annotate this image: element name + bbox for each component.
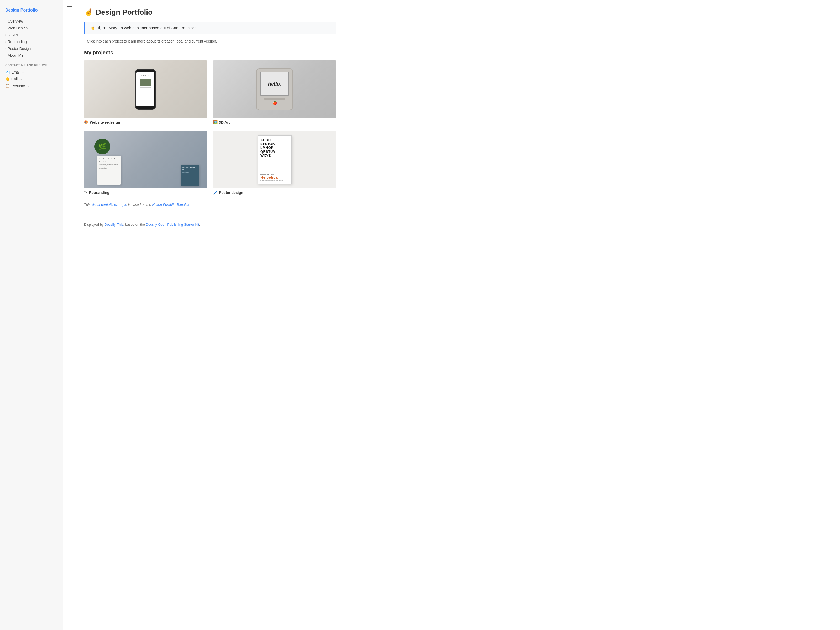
project-emoji-poster: 🖊️ (213, 191, 218, 195)
project-emoji-website: 🎨 (84, 120, 88, 125)
projects-heading: My projects (84, 50, 336, 56)
project-label-website-redesign: 🎨 Website redesign (84, 120, 207, 125)
sub-text: ↓ Click into each project to learn more … (84, 39, 336, 43)
hamburger-button[interactable] (65, 3, 74, 11)
project-emoji-3d: 🖼️ (213, 120, 218, 125)
page-title: ☝️ Design Portfolio (84, 8, 336, 17)
footer-text: Displayed by Docsify-This, based on the … (84, 223, 336, 227)
project-label-poster-design: 🖊️ Poster design (213, 191, 336, 195)
project-image-website-redesign: EVARO (84, 60, 207, 118)
sidebar-item-web-design[interactable]: › Web Design (0, 25, 63, 32)
sidebar-item-overview[interactable]: › Overview (0, 18, 63, 25)
title-emoji: ☝️ (84, 8, 93, 17)
chevron-icon: › (5, 20, 6, 23)
sidebar-item-poster-design[interactable]: › Poster Design (0, 45, 63, 52)
notion-template-link[interactable]: Notion Portfolio Template (152, 203, 190, 207)
projects-grid: EVARO 🎨 Website redesign (84, 60, 336, 195)
project-card-poster-design[interactable]: ABCDEFGHJKLMNOPQRSTUVWXYZ Now see the mo… (213, 131, 336, 195)
chevron-icon: › (5, 33, 6, 36)
resume-icon: 📋 (5, 84, 10, 88)
sidebar-title[interactable]: Design Portfolio (0, 5, 63, 18)
chevron-icon: › (5, 47, 6, 50)
sidebar-item-about-me[interactable]: › About Me (0, 52, 63, 59)
visual-portfolio-link[interactable]: visual portfolio example (92, 203, 127, 207)
project-card-rebranding[interactable]: 🌿 Very Good Creative Co. A creative team… (84, 131, 207, 195)
project-image-poster-design: ABCDEFGHJKLMNOPQRSTUVWXYZ Now see the mo… (213, 131, 336, 188)
poster-mockup: ABCDEFGHJKLMNOPQRSTUVWXYZ Now see the mo… (257, 136, 292, 184)
email-icon: 📧 (5, 70, 10, 74)
phone-mockup: EVARO (135, 69, 156, 110)
sidebar-nav: › Overview › Web Design › 3D Art › Rebra… (0, 18, 63, 59)
brand-card-dark: very good creative co. Nick Adams (181, 165, 199, 186)
svg-rect-2 (67, 8, 72, 8)
mac-mockup: hello. 🍎 (256, 68, 293, 110)
docsify-starter-kit-link[interactable]: Docsify Open Publishing Starter Kit (146, 223, 199, 227)
sidebar-item-rebranding[interactable]: › Rebranding (0, 38, 63, 45)
project-image-rebranding: 🌿 Very Good Creative Co. A creative team… (84, 131, 207, 188)
email-link[interactable]: 📧 Email → (0, 69, 63, 76)
project-label-3d-art: 🖼️ 3D Art (213, 120, 336, 125)
main-content: ☝️ Design Portfolio 👋 Hi, I'm Mary - a w… (63, 0, 352, 630)
footer-note: This visual portfolio example is based o… (84, 203, 336, 207)
chevron-icon: › (5, 40, 6, 43)
plant-decoration: 🌿 (95, 139, 110, 154)
sidebar: Design Portfolio › Overview › Web Design… (0, 0, 63, 630)
chevron-icon: › (5, 27, 6, 30)
resume-link[interactable]: 📋 Resume → (0, 82, 63, 89)
project-card-3d-art[interactable]: hello. 🍎 🖼️ 3D Art (213, 60, 336, 125)
svg-rect-1 (67, 6, 72, 7)
project-card-website-redesign[interactable]: EVARO 🎨 Website redesign (84, 60, 207, 125)
intro-callout: 👋 Hi, I'm Mary - a web designer based ou… (84, 22, 336, 34)
project-label-rebranding: ™️ Rebranding (84, 191, 207, 195)
call-link[interactable]: 🤙 Call → (0, 76, 63, 82)
svg-rect-0 (67, 5, 72, 5)
contact-section-title: CONTACT ME AND RESUME (0, 59, 63, 69)
contact-links: 📧 Email → 🤙 Call → 📋 Resume → (0, 69, 63, 89)
project-image-3d-art: hello. 🍎 (213, 60, 336, 118)
sidebar-item-3d-art[interactable]: › 3D Art (0, 32, 63, 38)
brand-card-white: Very Good Creative Co. A creative team t… (97, 156, 121, 185)
chevron-icon: › (5, 54, 6, 57)
call-icon: 🤙 (5, 77, 10, 81)
docsify-this-link[interactable]: Docsify-This (104, 223, 123, 227)
project-emoji-rebranding: ™️ (84, 191, 88, 195)
